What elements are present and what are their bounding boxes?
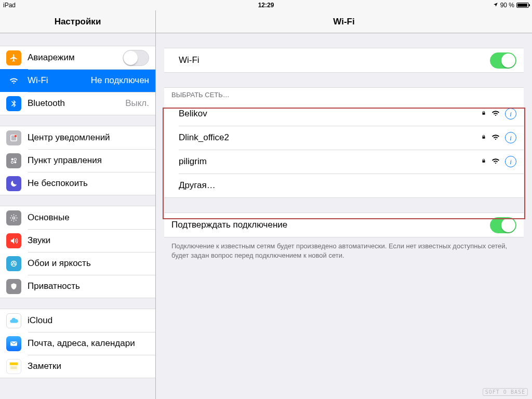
svg-point-4 [11, 161, 14, 163]
wifi-label: Wi-Fi [28, 75, 88, 86]
wifi-signal-icon [491, 109, 500, 118]
svg-rect-12 [10, 362, 18, 365]
svg-rect-13 [10, 365, 18, 370]
sidebar-item-sounds[interactable]: Звуки [0, 229, 155, 252]
bluetooth-icon [6, 96, 21, 111]
control-center-label: Пункт управления [28, 155, 149, 166]
svg-point-10 [14, 263, 16, 264]
ask-to-join-toggle[interactable] [490, 217, 516, 233]
airplane-icon [6, 50, 21, 65]
network-name-1: Dlink_office2 [179, 132, 481, 143]
network-row-0[interactable]: Belikov i [164, 102, 524, 126]
notifications-label: Центр уведомлений [28, 132, 149, 143]
network-name-2: piligrim [179, 156, 481, 167]
info-button[interactable]: i [505, 108, 516, 119]
notes-icon [6, 359, 21, 374]
sidebar-item-control-center[interactable]: Пункт управления [0, 149, 155, 172]
ask-to-join-row[interactable]: Подтверждать подключение [164, 213, 524, 237]
lock-icon [481, 157, 486, 166]
battery-pct: 90 % [500, 2, 514, 9]
general-label: Основные [28, 212, 149, 223]
general-icon [6, 210, 21, 225]
bluetooth-value: Выкл. [125, 98, 149, 109]
mail-icon [6, 336, 21, 351]
clock: 12:29 [258, 2, 274, 9]
sidebar-item-wifi[interactable]: Wi-Fi Не подключен [0, 69, 155, 92]
wifi-value: Не подключен [91, 75, 149, 86]
wifi-signal-icon [491, 157, 500, 166]
sidebar-item-general[interactable]: Основные [0, 206, 155, 229]
sidebar-item-bluetooth[interactable]: Bluetooth Выкл. [0, 92, 155, 115]
bluetooth-label: Bluetooth [28, 98, 122, 109]
sidebar-item-airplane[interactable]: Авиарежим [0, 46, 155, 69]
wifi-signal-icon [491, 133, 500, 142]
sounds-icon [6, 233, 21, 248]
airplane-label: Авиарежим [28, 52, 123, 63]
svg-point-1 [15, 135, 17, 137]
wifi-icon [6, 73, 21, 88]
ask-to-join-hint: Подключение к известным сетям будет прои… [156, 237, 532, 264]
sounds-label: Звуки [28, 235, 149, 246]
dnd-label: Не беспокоить [28, 178, 149, 189]
lock-icon [481, 109, 486, 118]
dnd-icon [6, 176, 21, 191]
sidebar-item-icloud[interactable]: iCloud [0, 309, 155, 332]
network-name-0: Belikov [179, 109, 481, 119]
notifications-icon [6, 130, 21, 145]
wifi-toggle-label: Wi-Fi [179, 55, 490, 65]
ask-to-join-label: Подтверждать подключение [171, 220, 490, 230]
svg-point-5 [14, 161, 16, 163]
sidebar-title: Настройки [0, 10, 155, 33]
sidebar-item-notifications[interactable]: Центр уведомлений [0, 126, 155, 149]
privacy-icon [6, 279, 21, 294]
svg-point-2 [11, 158, 14, 160]
sidebar-item-dnd[interactable]: Не беспокоить [0, 172, 155, 195]
lock-icon [481, 133, 486, 142]
icloud-icon [6, 313, 21, 328]
sidebar-item-wallpaper[interactable]: Обои и яркость [0, 252, 155, 275]
wallpaper-icon [6, 256, 21, 271]
detail-title: Wi-Fi [156, 10, 532, 33]
airplane-toggle[interactable] [123, 50, 149, 66]
svg-point-9 [12, 263, 14, 264]
sidebar-item-privacy[interactable]: Приватность [0, 275, 155, 298]
sidebar-item-mail[interactable]: Почта, адреса, календари [0, 332, 155, 355]
other-network-label: Другая… [179, 180, 516, 191]
watermark: SOFT O BASE [483, 388, 528, 396]
settings-sidebar: Настройки Авиарежим Wi-Fi Не подключен [0, 10, 156, 399]
notes-label: Заметки [28, 361, 149, 371]
mail-label: Почта, адреса, календари [28, 338, 149, 349]
network-row-2[interactable]: piligrim i [164, 150, 524, 174]
privacy-label: Приватность [28, 281, 149, 291]
battery-icon [516, 3, 529, 8]
detail-pane: Wi-Fi Wi-Fi ВЫБРАТЬ СЕТЬ… Belikov i [156, 10, 532, 399]
sidebar-item-notes[interactable]: Заметки [0, 355, 155, 378]
wallpaper-label: Обои и яркость [28, 258, 149, 269]
svg-point-6 [12, 217, 15, 219]
device-label: iPad [3, 2, 16, 9]
svg-point-8 [13, 261, 15, 263]
network-row-1[interactable]: Dlink_office2 i [164, 126, 524, 150]
info-button[interactable]: i [505, 156, 516, 167]
icloud-label: iCloud [28, 315, 149, 326]
svg-point-3 [14, 158, 16, 160]
other-network-row[interactable]: Другая… [164, 174, 524, 197]
status-bar: iPad 12:29 90 % [0, 0, 532, 10]
wifi-toggle[interactable] [490, 52, 516, 69]
control-center-icon [6, 153, 21, 168]
info-button[interactable]: i [505, 132, 516, 143]
location-icon [493, 2, 498, 9]
choose-network-header: ВЫБРАТЬ СЕТЬ… [164, 88, 524, 102]
wifi-toggle-row[interactable]: Wi-Fi [164, 48, 524, 72]
